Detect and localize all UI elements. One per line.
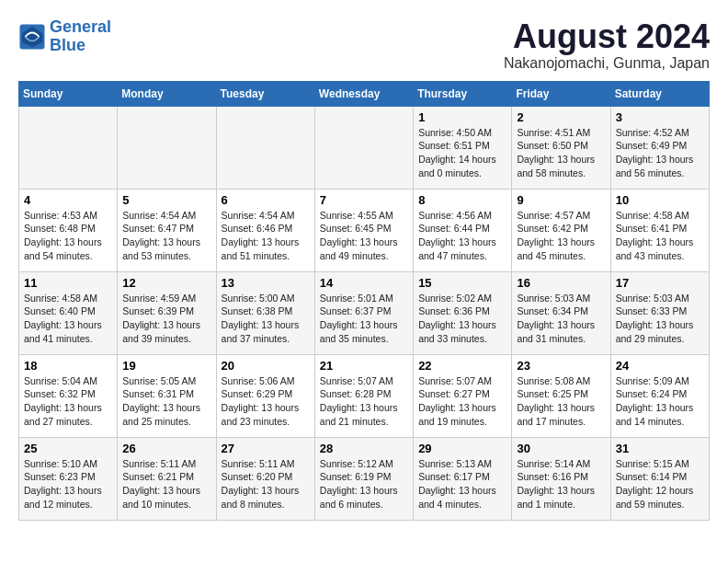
calendar-cell: 30Sunrise: 5:14 AM Sunset: 6:16 PM Dayli… [512, 437, 610, 520]
header-cell-friday: Friday [512, 81, 610, 106]
calendar-cell: 25Sunrise: 5:10 AM Sunset: 6:23 PM Dayli… [19, 437, 118, 520]
header-cell-tuesday: Tuesday [216, 81, 314, 106]
day-number: 10 [616, 193, 704, 207]
day-number: 30 [517, 442, 605, 455]
calendar-cell: 15Sunrise: 5:02 AM Sunset: 6:36 PM Dayli… [414, 271, 512, 354]
title-section: August 2024 Nakanojomachi, Gunma, Japan [504, 18, 710, 72]
day-number: 12 [122, 276, 210, 290]
calendar-cell: 21Sunrise: 5:07 AM Sunset: 6:28 PM Dayli… [314, 354, 413, 437]
calendar-cell: 2Sunrise: 4:51 AM Sunset: 6:50 PM Daylig… [512, 106, 610, 189]
day-number: 18 [24, 359, 112, 373]
calendar-cell: 6Sunrise: 4:54 AM Sunset: 6:46 PM Daylig… [216, 189, 314, 271]
day-info: Sunrise: 4:53 AM Sunset: 6:48 PM Dayligh… [24, 209, 112, 263]
calendar-cell: 1Sunrise: 4:50 AM Sunset: 6:51 PM Daylig… [414, 106, 512, 189]
day-number: 26 [122, 442, 210, 455]
day-number: 16 [517, 276, 605, 290]
day-number: 5 [122, 193, 210, 207]
day-number: 21 [320, 359, 408, 373]
day-number: 25 [24, 442, 112, 455]
day-info: Sunrise: 4:50 AM Sunset: 6:51 PM Dayligh… [418, 126, 506, 180]
day-info: Sunrise: 5:15 AM Sunset: 6:14 PM Dayligh… [616, 457, 704, 511]
day-number: 19 [122, 359, 210, 373]
day-number: 28 [320, 442, 408, 455]
calendar-cell: 23Sunrise: 5:08 AM Sunset: 6:25 PM Dayli… [512, 354, 610, 437]
calendar-cell: 14Sunrise: 5:01 AM Sunset: 6:37 PM Dayli… [314, 271, 413, 354]
day-number: 6 [222, 193, 310, 207]
day-info: Sunrise: 4:58 AM Sunset: 6:40 PM Dayligh… [24, 292, 112, 346]
day-info: Sunrise: 4:59 AM Sunset: 6:39 PM Dayligh… [122, 292, 210, 346]
day-info: Sunrise: 4:55 AM Sunset: 6:45 PM Dayligh… [320, 209, 408, 263]
day-info: Sunrise: 5:12 AM Sunset: 6:19 PM Dayligh… [320, 457, 408, 511]
calendar-week-2: 4Sunrise: 4:53 AM Sunset: 6:48 PM Daylig… [19, 189, 710, 271]
day-number: 20 [222, 359, 310, 373]
day-info: Sunrise: 5:07 AM Sunset: 6:27 PM Dayligh… [418, 374, 506, 429]
day-info: Sunrise: 5:08 AM Sunset: 6:25 PM Dayligh… [517, 374, 605, 429]
calendar-week-5: 25Sunrise: 5:10 AM Sunset: 6:23 PM Dayli… [19, 437, 710, 520]
calendar-header: SundayMondayTuesdayWednesdayThursdayFrid… [19, 81, 710, 106]
calendar-cell [314, 106, 413, 189]
day-number: 31 [616, 442, 704, 455]
day-number: 8 [418, 193, 506, 207]
day-number: 15 [418, 276, 506, 290]
calendar-cell: 13Sunrise: 5:00 AM Sunset: 6:38 PM Dayli… [216, 271, 314, 354]
calendar-cell: 20Sunrise: 5:06 AM Sunset: 6:29 PM Dayli… [216, 354, 314, 437]
header-cell-thursday: Thursday [414, 81, 512, 106]
day-info: Sunrise: 5:04 AM Sunset: 6:32 PM Dayligh… [24, 374, 112, 429]
calendar-cell: 31Sunrise: 5:15 AM Sunset: 6:14 PM Dayli… [610, 437, 709, 520]
day-info: Sunrise: 5:09 AM Sunset: 6:24 PM Dayligh… [616, 374, 704, 429]
day-info: Sunrise: 5:06 AM Sunset: 6:29 PM Dayligh… [222, 374, 310, 429]
day-info: Sunrise: 5:03 AM Sunset: 6:34 PM Dayligh… [517, 292, 605, 346]
day-number: 11 [24, 276, 112, 290]
day-number: 17 [616, 276, 704, 290]
calendar-cell: 29Sunrise: 5:13 AM Sunset: 6:17 PM Dayli… [414, 437, 512, 520]
day-info: Sunrise: 5:03 AM Sunset: 6:33 PM Dayligh… [616, 292, 704, 346]
day-info: Sunrise: 5:11 AM Sunset: 6:20 PM Dayligh… [222, 457, 310, 511]
day-number: 7 [320, 193, 408, 207]
day-number: 3 [616, 110, 704, 124]
day-info: Sunrise: 4:54 AM Sunset: 6:46 PM Dayligh… [222, 209, 310, 263]
calendar-cell: 11Sunrise: 4:58 AM Sunset: 6:40 PM Dayli… [19, 271, 118, 354]
calendar-cell: 16Sunrise: 5:03 AM Sunset: 6:34 PM Dayli… [512, 271, 610, 354]
header-cell-saturday: Saturday [610, 81, 709, 106]
header-cell-sunday: Sunday [19, 81, 118, 106]
calendar-cell: 26Sunrise: 5:11 AM Sunset: 6:21 PM Dayli… [118, 437, 216, 520]
calendar-body: 1Sunrise: 4:50 AM Sunset: 6:51 PM Daylig… [19, 106, 710, 520]
calendar-cell [19, 106, 118, 189]
calendar-table: SundayMondayTuesdayWednesdayThursdayFrid… [18, 81, 710, 521]
header-cell-monday: Monday [118, 81, 216, 106]
calendar-cell [216, 106, 314, 189]
day-info: Sunrise: 4:57 AM Sunset: 6:42 PM Dayligh… [517, 209, 605, 263]
day-info: Sunrise: 4:58 AM Sunset: 6:41 PM Dayligh… [616, 209, 704, 263]
day-info: Sunrise: 5:05 AM Sunset: 6:31 PM Dayligh… [122, 374, 210, 429]
calendar-week-3: 11Sunrise: 4:58 AM Sunset: 6:40 PM Dayli… [19, 271, 710, 354]
day-info: Sunrise: 5:07 AM Sunset: 6:28 PM Dayligh… [320, 374, 408, 429]
calendar-week-4: 18Sunrise: 5:04 AM Sunset: 6:32 PM Dayli… [19, 354, 710, 437]
calendar-week-1: 1Sunrise: 4:50 AM Sunset: 6:51 PM Daylig… [19, 106, 710, 189]
logo: General Blue [18, 18, 111, 55]
day-info: Sunrise: 4:51 AM Sunset: 6:50 PM Dayligh… [517, 126, 605, 180]
day-info: Sunrise: 4:52 AM Sunset: 6:49 PM Dayligh… [616, 126, 704, 180]
logo-line1: General [50, 17, 111, 36]
calendar-cell: 27Sunrise: 5:11 AM Sunset: 6:20 PM Dayli… [216, 437, 314, 520]
day-number: 27 [222, 442, 310, 455]
calendar-cell [118, 106, 216, 189]
day-number: 4 [24, 193, 112, 207]
day-info: Sunrise: 5:10 AM Sunset: 6:23 PM Dayligh… [24, 457, 112, 511]
day-info: Sunrise: 5:00 AM Sunset: 6:38 PM Dayligh… [222, 292, 310, 346]
calendar-cell: 17Sunrise: 5:03 AM Sunset: 6:33 PM Dayli… [610, 271, 709, 354]
day-info: Sunrise: 5:01 AM Sunset: 6:37 PM Dayligh… [320, 292, 408, 346]
day-number: 1 [418, 110, 506, 124]
day-number: 2 [517, 110, 605, 124]
day-info: Sunrise: 5:13 AM Sunset: 6:17 PM Dayligh… [418, 457, 506, 511]
calendar-cell: 18Sunrise: 5:04 AM Sunset: 6:32 PM Dayli… [19, 354, 118, 437]
calendar-cell: 22Sunrise: 5:07 AM Sunset: 6:27 PM Dayli… [414, 354, 512, 437]
day-number: 13 [222, 276, 310, 290]
main-title: August 2024 [504, 18, 710, 55]
day-number: 14 [320, 276, 408, 290]
day-info: Sunrise: 5:14 AM Sunset: 6:16 PM Dayligh… [517, 457, 605, 511]
day-info: Sunrise: 4:54 AM Sunset: 6:47 PM Dayligh… [122, 209, 210, 263]
day-number: 24 [616, 359, 704, 373]
logo-icon [18, 23, 46, 51]
calendar-cell: 5Sunrise: 4:54 AM Sunset: 6:47 PM Daylig… [118, 189, 216, 271]
calendar-cell: 19Sunrise: 5:05 AM Sunset: 6:31 PM Dayli… [118, 354, 216, 437]
